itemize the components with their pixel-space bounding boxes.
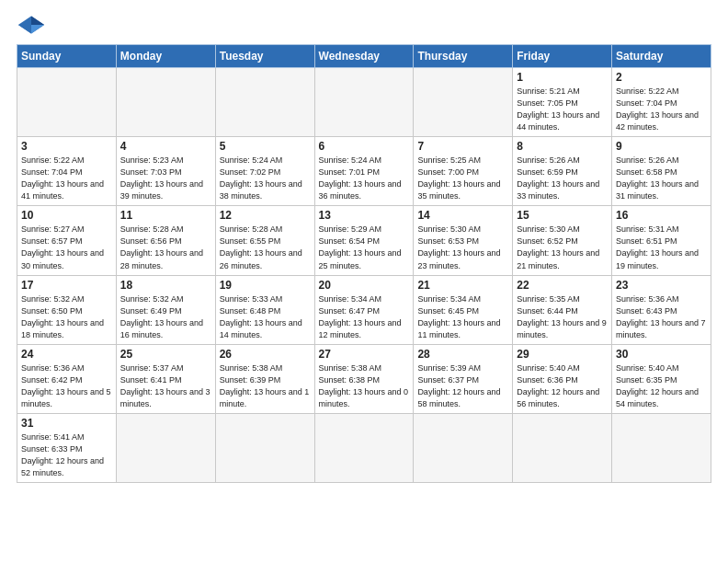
day-info: Sunrise: 5:40 AM Sunset: 6:35 PM Dayligh… bbox=[616, 362, 707, 410]
calendar-cell bbox=[116, 413, 215, 482]
calendar-cell: 12Sunrise: 5:28 AM Sunset: 6:55 PM Dayli… bbox=[215, 206, 314, 275]
logo bbox=[17, 15, 50, 35]
day-info: Sunrise: 5:32 AM Sunset: 6:49 PM Dayligh… bbox=[120, 293, 211, 341]
day-number: 9 bbox=[616, 140, 707, 153]
day-info: Sunrise: 5:28 AM Sunset: 6:56 PM Dayligh… bbox=[120, 224, 211, 271]
day-number: 18 bbox=[120, 279, 211, 292]
calendar-cell: 21Sunrise: 5:34 AM Sunset: 6:45 PM Dayli… bbox=[414, 275, 513, 344]
calendar-cell: 29Sunrise: 5:40 AM Sunset: 6:36 PM Dayli… bbox=[513, 344, 612, 413]
week-row-2: 3Sunrise: 5:22 AM Sunset: 7:04 PM Daylig… bbox=[17, 137, 711, 206]
day-info: Sunrise: 5:21 AM Sunset: 7:05 PM Dayligh… bbox=[517, 86, 608, 133]
day-number: 29 bbox=[517, 348, 608, 361]
calendar-cell: 28Sunrise: 5:39 AM Sunset: 6:37 PM Dayli… bbox=[414, 344, 513, 413]
calendar-cell: 17Sunrise: 5:32 AM Sunset: 6:50 PM Dayli… bbox=[17, 275, 117, 344]
calendar-cell bbox=[414, 68, 513, 137]
weekday-header-row: SundayMondayTuesdayWednesdayThursdayFrid… bbox=[17, 45, 711, 68]
calendar-cell: 26Sunrise: 5:38 AM Sunset: 6:39 PM Dayli… bbox=[215, 344, 314, 413]
calendar-cell bbox=[116, 68, 215, 137]
day-number: 26 bbox=[220, 348, 311, 361]
calendar-cell: 5Sunrise: 5:24 AM Sunset: 7:02 PM Daylig… bbox=[215, 137, 314, 206]
day-info: Sunrise: 5:24 AM Sunset: 7:01 PM Dayligh… bbox=[319, 155, 410, 202]
calendar-cell: 14Sunrise: 5:30 AM Sunset: 6:53 PM Dayli… bbox=[414, 206, 513, 275]
day-info: Sunrise: 5:29 AM Sunset: 6:54 PM Dayligh… bbox=[319, 224, 410, 271]
calendar-cell: 10Sunrise: 5:27 AM Sunset: 6:57 PM Dayli… bbox=[17, 206, 117, 275]
day-number: 19 bbox=[220, 279, 311, 292]
day-info: Sunrise: 5:37 AM Sunset: 6:41 PM Dayligh… bbox=[120, 362, 211, 410]
day-number: 16 bbox=[616, 209, 707, 222]
day-info: Sunrise: 5:35 AM Sunset: 6:44 PM Dayligh… bbox=[517, 293, 608, 341]
day-number: 2 bbox=[616, 71, 707, 84]
day-info: Sunrise: 5:25 AM Sunset: 7:00 PM Dayligh… bbox=[417, 155, 508, 202]
day-number: 31 bbox=[21, 417, 112, 430]
day-info: Sunrise: 5:30 AM Sunset: 6:52 PM Dayligh… bbox=[517, 224, 608, 271]
calendar-cell bbox=[17, 68, 117, 137]
header bbox=[17, 15, 711, 35]
day-info: Sunrise: 5:38 AM Sunset: 6:38 PM Dayligh… bbox=[319, 362, 410, 410]
day-info: Sunrise: 5:36 AM Sunset: 6:43 PM Dayligh… bbox=[616, 293, 707, 341]
day-number: 11 bbox=[120, 209, 211, 222]
logo-icon bbox=[17, 15, 46, 35]
svg-marker-1 bbox=[31, 17, 44, 25]
day-info: Sunrise: 5:22 AM Sunset: 7:04 PM Dayligh… bbox=[21, 155, 112, 202]
calendar-cell: 16Sunrise: 5:31 AM Sunset: 6:51 PM Dayli… bbox=[612, 206, 711, 275]
day-info: Sunrise: 5:24 AM Sunset: 7:02 PM Dayligh… bbox=[220, 155, 311, 202]
day-number: 17 bbox=[21, 279, 112, 292]
week-row-1: 1Sunrise: 5:21 AM Sunset: 7:05 PM Daylig… bbox=[17, 68, 711, 137]
calendar-cell bbox=[612, 413, 711, 482]
calendar-cell: 19Sunrise: 5:33 AM Sunset: 6:48 PM Dayli… bbox=[215, 275, 314, 344]
weekday-header-friday: Friday bbox=[513, 45, 612, 68]
calendar-cell: 31Sunrise: 5:41 AM Sunset: 6:33 PM Dayli… bbox=[17, 413, 117, 482]
day-info: Sunrise: 5:36 AM Sunset: 6:42 PM Dayligh… bbox=[21, 362, 112, 410]
weekday-header-thursday: Thursday bbox=[414, 45, 513, 68]
day-info: Sunrise: 5:28 AM Sunset: 6:55 PM Dayligh… bbox=[220, 224, 311, 271]
calendar-cell: 3Sunrise: 5:22 AM Sunset: 7:04 PM Daylig… bbox=[17, 137, 117, 206]
calendar-cell: 13Sunrise: 5:29 AM Sunset: 6:54 PM Dayli… bbox=[314, 206, 414, 275]
calendar-cell: 4Sunrise: 5:23 AM Sunset: 7:03 PM Daylig… bbox=[116, 137, 215, 206]
day-number: 25 bbox=[120, 348, 211, 361]
weekday-header-wednesday: Wednesday bbox=[314, 45, 414, 68]
day-info: Sunrise: 5:32 AM Sunset: 6:50 PM Dayligh… bbox=[21, 293, 112, 341]
day-info: Sunrise: 5:26 AM Sunset: 6:59 PM Dayligh… bbox=[517, 155, 608, 202]
day-info: Sunrise: 5:23 AM Sunset: 7:03 PM Dayligh… bbox=[120, 155, 211, 202]
calendar-cell bbox=[513, 413, 612, 482]
day-number: 12 bbox=[220, 209, 311, 222]
calendar-cell: 22Sunrise: 5:35 AM Sunset: 6:44 PM Dayli… bbox=[513, 275, 612, 344]
calendar-cell: 6Sunrise: 5:24 AM Sunset: 7:01 PM Daylig… bbox=[314, 137, 414, 206]
weekday-header-sunday: Sunday bbox=[17, 45, 117, 68]
calendar-cell: 30Sunrise: 5:40 AM Sunset: 6:35 PM Dayli… bbox=[612, 344, 711, 413]
day-info: Sunrise: 5:38 AM Sunset: 6:39 PM Dayligh… bbox=[220, 362, 311, 410]
calendar-cell bbox=[314, 68, 414, 137]
svg-marker-3 bbox=[18, 25, 31, 33]
day-number: 15 bbox=[517, 209, 608, 222]
weekday-header-saturday: Saturday bbox=[612, 45, 711, 68]
day-number: 30 bbox=[616, 348, 707, 361]
calendar-cell bbox=[215, 413, 314, 482]
day-number: 14 bbox=[417, 209, 508, 222]
calendar-cell: 27Sunrise: 5:38 AM Sunset: 6:38 PM Dayli… bbox=[314, 344, 414, 413]
day-number: 3 bbox=[21, 140, 112, 153]
day-info: Sunrise: 5:40 AM Sunset: 6:36 PM Dayligh… bbox=[517, 362, 608, 410]
calendar-cell: 25Sunrise: 5:37 AM Sunset: 6:41 PM Dayli… bbox=[116, 344, 215, 413]
calendar-cell: 24Sunrise: 5:36 AM Sunset: 6:42 PM Dayli… bbox=[17, 344, 117, 413]
day-number: 8 bbox=[517, 140, 608, 153]
day-number: 28 bbox=[417, 348, 508, 361]
day-info: Sunrise: 5:27 AM Sunset: 6:57 PM Dayligh… bbox=[21, 224, 112, 271]
week-row-4: 17Sunrise: 5:32 AM Sunset: 6:50 PM Dayli… bbox=[17, 275, 711, 344]
day-number: 21 bbox=[417, 279, 508, 292]
calendar-cell: 23Sunrise: 5:36 AM Sunset: 6:43 PM Dayli… bbox=[612, 275, 711, 344]
day-number: 13 bbox=[319, 209, 410, 222]
day-number: 1 bbox=[517, 71, 608, 84]
day-number: 4 bbox=[120, 140, 211, 153]
day-number: 24 bbox=[21, 348, 112, 361]
calendar-cell: 11Sunrise: 5:28 AM Sunset: 6:56 PM Dayli… bbox=[116, 206, 215, 275]
day-number: 6 bbox=[319, 140, 410, 153]
calendar-cell bbox=[215, 68, 314, 137]
day-number: 7 bbox=[417, 140, 508, 153]
calendar-table: SundayMondayTuesdayWednesdayThursdayFrid… bbox=[17, 44, 711, 483]
day-number: 20 bbox=[319, 279, 410, 292]
calendar-cell: 7Sunrise: 5:25 AM Sunset: 7:00 PM Daylig… bbox=[414, 137, 513, 206]
weekday-header-tuesday: Tuesday bbox=[215, 45, 314, 68]
day-number: 27 bbox=[319, 348, 410, 361]
calendar-cell: 15Sunrise: 5:30 AM Sunset: 6:52 PM Dayli… bbox=[513, 206, 612, 275]
day-info: Sunrise: 5:31 AM Sunset: 6:51 PM Dayligh… bbox=[616, 224, 707, 271]
